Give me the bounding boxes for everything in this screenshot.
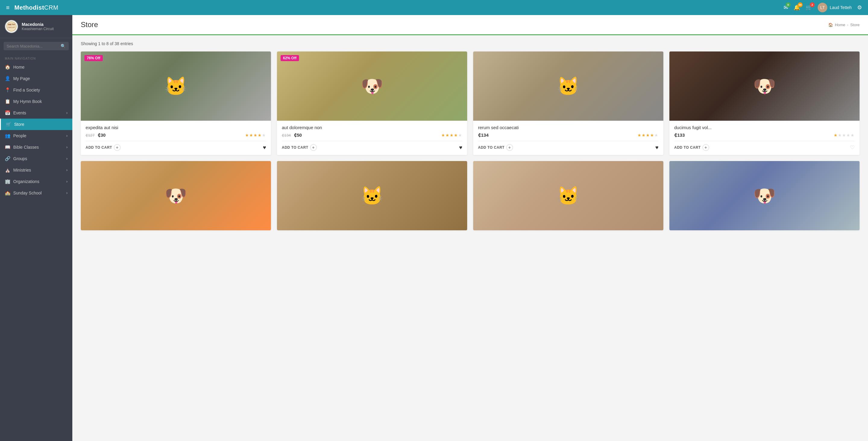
- add-to-cart-3[interactable]: ADD TO CART +: [478, 144, 513, 151]
- breadcrumb: 🏠 Home › Store: [828, 23, 860, 27]
- product-price-row-4: ₵133 ★★★★★: [674, 132, 855, 138]
- favorite-icon-1[interactable]: ♥: [263, 144, 266, 151]
- search-icon[interactable]: 🔍: [61, 44, 66, 48]
- sidebar-item-label: Bible Classes: [13, 145, 39, 149]
- discount-badge-1: 76% Off: [84, 55, 103, 61]
- sidebar-item-bible-classes[interactable]: 📖 Bible Classes ›: [0, 141, 72, 153]
- product-card-5: 🐶: [81, 161, 271, 230]
- product-card-4: 🐶 ducimus fugit vol... ₵133 ★★★★★ ADD TO…: [670, 52, 860, 155]
- sidebar-item-label: Ministries: [13, 168, 31, 172]
- product-price-row-1: ₵127 ₵30 ★★★★★: [86, 132, 266, 138]
- settings-icon-button[interactable]: ⚙: [857, 4, 862, 11]
- old-price-1: ₵127: [86, 133, 95, 138]
- sidebar-item-events[interactable]: 📅 Events ›: [0, 107, 72, 118]
- sidebar-item-label: Find a Society: [13, 88, 40, 93]
- search-input[interactable]: [7, 44, 58, 48]
- add-icon-2[interactable]: +: [310, 144, 317, 151]
- sidebar-item-label: Home: [13, 65, 24, 70]
- sidebar-item-ministries[interactable]: ⛪ Ministries ›: [0, 164, 72, 176]
- product-image-2: 🐶 62% Off: [277, 52, 467, 121]
- favorite-icon-4[interactable]: ♡: [850, 144, 855, 151]
- divider-2: [282, 141, 462, 141]
- sidebar-item-label: Organizations: [13, 179, 39, 184]
- chevron-right-icon: ›: [66, 111, 67, 115]
- product-price-row-3: ₵134 ★★★★★: [478, 132, 658, 138]
- animal-image-6: 🐱: [277, 161, 467, 230]
- sidebar-profile: METH CIRCUIT Macedonia Kwashieman Circui…: [0, 15, 72, 38]
- email-badge: 0: [786, 2, 790, 7]
- animal-image-4: 🐶: [670, 52, 860, 121]
- people-icon: 👥: [5, 133, 10, 138]
- product-actions-2: ADD TO CART + ♥: [282, 144, 462, 151]
- product-image-4: 🐶: [670, 52, 860, 121]
- sidebar-search[interactable]: 🔍: [4, 42, 69, 50]
- product-price-row-2: ₵134 ₵50 ★★★★★: [282, 132, 462, 138]
- sidebar-item-groups[interactable]: 🔗 Groups ›: [0, 153, 72, 164]
- avatar: LT: [818, 3, 827, 12]
- favorite-icon-3[interactable]: ♥: [655, 144, 658, 151]
- product-card-8: 🐶: [670, 161, 860, 230]
- animal-image-5: 🐶: [81, 161, 271, 230]
- new-price-1: ₵30: [98, 132, 106, 138]
- page-title: Store: [81, 21, 98, 29]
- animal-image-3: 🐱: [473, 52, 663, 121]
- add-to-cart-2[interactable]: ADD TO CART +: [282, 144, 317, 151]
- org-name: Macedonia: [22, 22, 54, 27]
- sidebar-item-mypage[interactable]: 👤 My Page: [0, 73, 72, 84]
- breadcrumb-home[interactable]: Home: [835, 23, 845, 27]
- sidebar-item-people[interactable]: 👥 People ›: [0, 130, 72, 141]
- add-icon-1[interactable]: +: [114, 144, 121, 151]
- user-profile-button[interactable]: LT Laud Tetteh: [818, 3, 852, 12]
- new-price-4: ₵133: [674, 132, 685, 138]
- home-icon: 🏠: [5, 64, 10, 70]
- product-card-1: 🐱 76% Off expedita aut nisi ₵127 ₵30 ★★★…: [81, 52, 271, 155]
- sidebar-item-label: My Hymn Book: [13, 99, 42, 104]
- stars-1: ★★★★★: [245, 133, 266, 138]
- bell-icon-button[interactable]: 🔔 68: [794, 4, 800, 11]
- add-to-cart-label-2: ADD TO CART: [282, 145, 308, 149]
- add-to-cart-1[interactable]: ADD TO CART +: [86, 144, 121, 151]
- product-card-2: 🐶 62% Off aut doloremque non ₵134 ₵50 ★★…: [277, 52, 467, 155]
- profile-info: Macedonia Kwashieman Circuit: [22, 22, 54, 31]
- hymn-icon: 📋: [5, 99, 10, 104]
- sunday-school-icon: 🏫: [5, 190, 10, 196]
- sidebar-item-organizations[interactable]: 🏢 Organizations ›: [0, 176, 72, 187]
- product-name-3: rerum sed occaecati: [478, 125, 658, 130]
- events-icon: 📅: [5, 110, 10, 115]
- main-content: Store 🏠 Home › Store Showing 1 to 8 of 3…: [72, 15, 868, 441]
- chevron-right-icon: ›: [66, 168, 67, 172]
- sidebar-item-store[interactable]: 🛒 Store: [0, 118, 72, 130]
- product-image-6: 🐱: [277, 161, 467, 230]
- product-image-8: 🐶: [670, 161, 860, 230]
- svg-text:CIRCUIT: CIRCUIT: [8, 27, 16, 28]
- email-icon-button[interactable]: ✉ 0: [784, 4, 788, 11]
- hamburger-button[interactable]: ≡: [6, 4, 10, 11]
- sidebar-item-find-society[interactable]: 📍 Find a Society: [0, 84, 72, 96]
- sidebar-item-label: My Page: [13, 76, 30, 81]
- sidebar-item-hymn-book[interactable]: 📋 My Hymn Book: [0, 96, 72, 107]
- sidebar-item-label: Events: [13, 110, 26, 115]
- sidebar-item-home[interactable]: 🏠 Home: [0, 61, 72, 73]
- product-info-2: aut doloremque non ₵134 ₵50 ★★★★★ ADD TO…: [277, 121, 467, 155]
- product-actions-3: ADD TO CART + ♥: [478, 144, 658, 151]
- add-icon-4[interactable]: +: [703, 144, 709, 151]
- org-sub: Kwashieman Circuit: [22, 27, 54, 31]
- add-icon-3[interactable]: +: [506, 144, 513, 151]
- add-to-cart-4[interactable]: ADD TO CART +: [674, 144, 709, 151]
- cart-icon-button[interactable]: 🛒 2: [806, 4, 812, 11]
- brand-light: CRM: [44, 4, 59, 11]
- favorite-icon-2[interactable]: ♥: [459, 144, 462, 151]
- old-price-2: ₵134: [282, 133, 291, 138]
- add-to-cart-label-3: ADD TO CART: [478, 145, 504, 149]
- divider-4: [674, 141, 855, 141]
- bell-badge: 68: [798, 2, 803, 7]
- product-actions-4: ADD TO CART + ♡: [674, 144, 855, 151]
- brand-logo: MethodistCRM: [14, 4, 784, 11]
- cart-badge: 2: [810, 2, 815, 7]
- sidebar-item-sunday-school[interactable]: 🏫 Sunday School ›: [0, 187, 72, 199]
- layout: METH CIRCUIT Macedonia Kwashieman Circui…: [0, 15, 868, 441]
- product-image-3: 🐱: [473, 52, 663, 121]
- product-info-4: ducimus fugit vol... ₵133 ★★★★★ ADD TO C…: [670, 121, 860, 155]
- chevron-right-icon: ›: [66, 157, 67, 161]
- product-card-7: 🐱: [473, 161, 663, 230]
